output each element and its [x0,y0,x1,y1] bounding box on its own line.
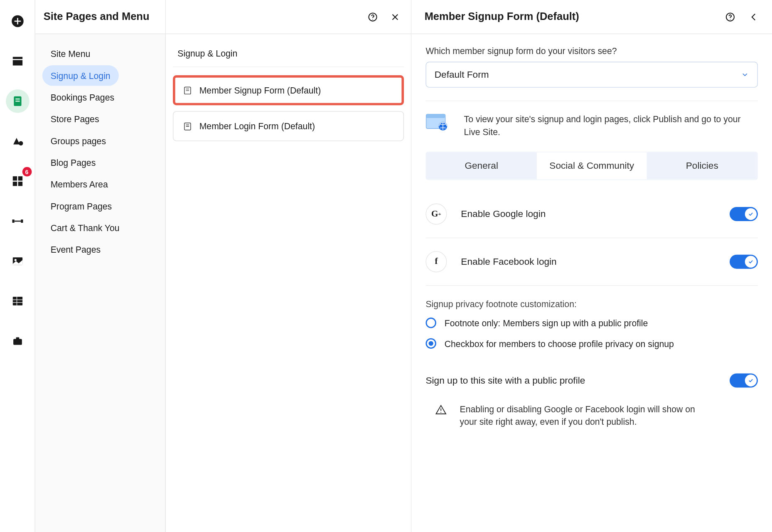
option-label: Member Signup Form (Default) [199,85,321,95]
back-icon[interactable] [748,12,759,22]
svg-rect-10 [18,176,22,180]
sidebar-item-label: Signup & Login [51,71,111,81]
svg-rect-11 [12,182,17,186]
sidebar-item-signup-login[interactable]: Signup & Login [42,65,119,86]
rail-design-icon[interactable] [5,129,29,153]
svg-rect-13 [12,219,14,223]
rail-pages-icon[interactable] [5,89,29,113]
help-icon[interactable] [725,12,735,22]
privacy-heading: Signup privacy footnote customization: [425,298,757,308]
settings-panel: Member Signup Form (Default) Which membe… [412,0,772,532]
tab-general[interactable]: General [426,152,537,179]
google-login-toggle[interactable] [730,207,758,221]
setting-label: Sign up to this site with a public profi… [425,375,585,385]
sidebar-item-label: Cart & Thank You [51,223,120,233]
rail-apps-icon[interactable]: 6 [5,170,29,193]
tab-label: Social & Community [549,160,634,170]
publish-info-text: To view your site's signup and login pag… [464,113,758,139]
svg-point-8 [18,141,22,145]
svg-rect-15 [14,221,21,222]
radio-checkbox-privacy[interactable]: Checkbox for members to choose profile p… [425,337,757,350]
settings-title: Member Signup Form (Default) [425,10,579,23]
setting-label: Enable Google login [461,209,546,219]
svg-rect-7 [15,101,20,102]
settings-tabs: General Social & Community Policies [425,151,757,180]
sidebar-item-blog[interactable]: Blog Pages [42,152,104,173]
tab-policies[interactable]: Policies [647,152,757,179]
radio-icon [425,317,436,328]
icon-rail: 6 [0,0,35,532]
sidebar-item-bookings[interactable]: Bookings Pages [42,87,123,108]
sidebar-item-store[interactable]: Store Pages [42,109,107,130]
svg-rect-2 [14,21,21,22]
option-signup-form[interactable]: Member Signup Form (Default) [173,75,404,105]
setting-public-profile: Sign up to this site with a public profi… [425,358,757,398]
svg-rect-35 [426,114,445,118]
section-label: Signup & Login [173,45,404,67]
sidebar-item-cart[interactable]: Cart & Thank You [42,218,128,239]
facebook-icon: f [425,251,447,272]
warning-icon [435,404,447,415]
form-icon [183,86,192,95]
select-value: Default Form [435,69,489,80]
sidebar-item-label: Event Pages [51,245,101,255]
sidebar-item-label: Blog Pages [51,158,96,167]
rail-data-icon[interactable] [5,289,29,313]
check-icon [748,211,754,217]
option-label: Member Login Form (Default) [199,121,315,131]
sidebar-item-site-menu[interactable]: Site Menu [42,44,98,64]
sidebar-item-groups[interactable]: Groups pages [42,131,114,151]
radio-label: Footnote only: Members sign up with a pu… [445,317,648,329]
svg-rect-6 [15,99,20,100]
rail-business-icon[interactable] [5,329,29,353]
setting-label: Enable Facebook login [461,256,556,266]
check-icon [748,377,754,383]
svg-rect-20 [12,302,22,303]
setting-facebook-login: f Enable Facebook login [425,238,757,286]
svg-point-25 [372,19,373,20]
chevron-down-icon [741,71,749,79]
sidebar-item-label: Program Pages [51,201,112,211]
sidebar-item-program[interactable]: Program Pages [42,196,120,217]
rail-badge: 6 [22,167,32,177]
form-select[interactable]: Default Form [425,62,757,88]
help-icon[interactable] [367,12,378,22]
svg-rect-3 [12,57,22,59]
sidebar-item-label: Members Area [51,180,108,190]
browser-globe-icon [425,113,448,132]
tab-social[interactable]: Social & Community [536,152,647,179]
svg-point-33 [730,19,731,20]
sidebar-item-event[interactable]: Event Pages [42,239,109,260]
facebook-login-toggle[interactable] [730,254,758,268]
radio-label: Checkbox for members to choose profile p… [445,337,674,350]
rail-sections-icon[interactable] [5,49,29,73]
svg-rect-14 [21,219,23,223]
publish-info: To view your site's signup and login pag… [425,101,757,151]
check-icon [748,259,754,264]
svg-rect-4 [12,60,22,66]
sidebar-item-label: Site Menu [51,49,91,59]
public-profile-toggle[interactable] [730,373,758,387]
svg-rect-22 [13,339,22,345]
rail-media-icon[interactable] [5,249,29,273]
svg-point-38 [440,412,441,413]
sidebar-item-members[interactable]: Members Area [42,174,116,195]
panel-title: Site Pages and Menu [44,10,150,23]
option-login-form[interactable]: Member Login Form (Default) [173,111,404,141]
svg-rect-12 [18,182,22,186]
tab-label: General [465,160,498,170]
sidebar-item-label: Store Pages [51,114,99,124]
rail-add-icon[interactable] [5,10,29,33]
form-icon [183,121,192,131]
radio-icon [425,338,436,348]
setting-google-login: G+ Enable Google login [425,190,757,238]
radio-footnote-only[interactable]: Footnote only: Members sign up with a pu… [425,317,757,329]
svg-rect-21 [16,297,17,305]
close-icon[interactable] [390,12,400,22]
sidebar: Site Pages and Menu Site Menu Signup & L… [35,0,166,532]
tab-label: Policies [686,160,718,170]
rail-fitness-icon[interactable] [5,209,29,233]
middle-column: Signup & Login Member Signup Form (Defau… [166,0,411,532]
sidebar-item-label: Bookings Pages [51,92,114,102]
publish-note-text: Enabling or disabling Google or Facebook… [460,403,707,429]
